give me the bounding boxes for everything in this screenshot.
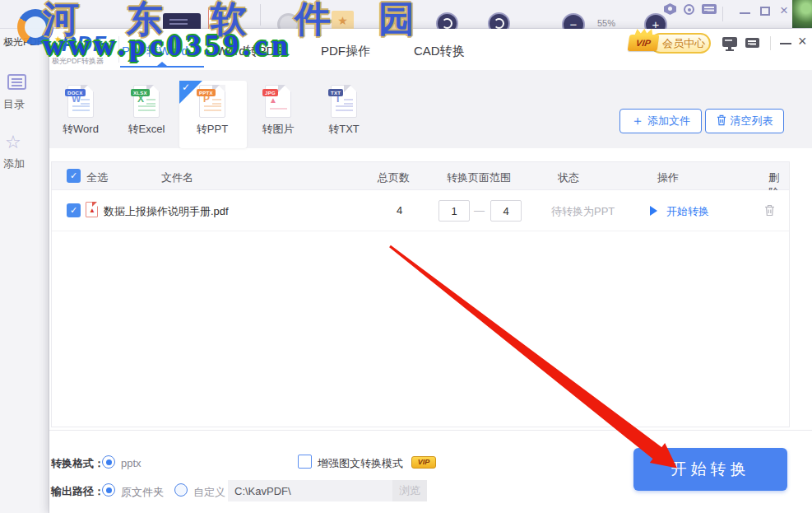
subtab-label: 转TXT — [311, 122, 377, 137]
txt-file-icon: TXT T — [331, 85, 357, 118]
clear-list-button[interactable]: 清空列表 — [705, 109, 784, 133]
bg-close-button[interactable]: × — [780, 2, 788, 19]
add-files-button[interactable]: ＋添加文件 — [619, 109, 702, 133]
header-status: 状态 — [558, 170, 579, 185]
bg-maximize-button[interactable] — [760, 7, 770, 16]
subtab-label: 转PPT — [179, 122, 245, 137]
output-original-label: 原文件夹 — [121, 485, 164, 500]
list-header: ✓ 全选 文件名 总页数 转换页面范围 状态 操作 删除 — [52, 162, 789, 190]
enhance-mode-label: 增强图文转换模式 — [318, 456, 403, 471]
output-original-radio[interactable] — [102, 483, 115, 497]
row-status: 待转换为PPT — [551, 204, 615, 219]
bg-window-title: 极光PDF — [3, 35, 46, 49]
sidebar-item-catalog[interactable]: 目录 — [3, 97, 48, 112]
catalog-list-icon[interactable] — [7, 74, 26, 90]
row-filename: 数据上报操作说明手册.pdf — [104, 204, 229, 219]
bookmark-add-star-icon[interactable]: ☆ — [5, 132, 21, 153]
excel-file-icon: XLSX X — [133, 85, 160, 118]
range-from-input[interactable] — [438, 200, 470, 222]
ppt-file-icon: PPTX P — [199, 85, 225, 118]
converter-window: ★ PDF 极光PDF转换器 PDF转Word Word转PDF PDF操作 C… — [49, 29, 812, 513]
toolbar-divider — [722, 7, 723, 21]
word-export-icon[interactable]: W≡ — [208, 7, 236, 31]
desktop-wallpaper — [792, 0, 812, 28]
header-page-range: 转换页面范围 — [447, 170, 511, 185]
convert-options-panel: 转换格式： pptx 增强图文转换模式 VIP 输出路径： 原文件夹 自定义 浏… — [49, 430, 812, 513]
start-convert-button[interactable]: 开始转换 — [633, 448, 787, 491]
table-row: ✓ ▲ 数据上报操作说明手册.pdf 4 — 待转换为PPT 开始转换 — [52, 190, 789, 231]
sidebar-item-add[interactable]: 添加 — [3, 156, 48, 171]
app-logo: PDF — [62, 31, 107, 57]
app-logo-subtitle: 极光PDF转换器 — [52, 56, 104, 67]
subtab-label: 转Word — [48, 122, 114, 137]
output-path-input[interactable] — [228, 480, 392, 501]
active-tab-indicator — [120, 66, 204, 68]
background-toolbar: W≡ ★ ★ − 55% + × — [0, 0, 812, 29]
row-total-pages: 4 — [397, 204, 402, 217]
logo-spark-icon: ★ — [54, 35, 62, 44]
toolbar-divider — [260, 4, 261, 26]
output-custom-label: 自定义 — [193, 485, 225, 500]
tab-cad-convert[interactable]: CAD转换 — [414, 44, 465, 59]
select-all-checkbox[interactable]: ✓ — [67, 169, 81, 183]
zoom-level: 55% — [597, 18, 615, 28]
subtab-label: 转图片 — [245, 122, 311, 137]
output-path-label: 输出路径： — [51, 484, 104, 499]
app-close-button[interactable]: × — [798, 33, 807, 50]
format-value: pptx — [121, 457, 142, 469]
range-to-input[interactable] — [490, 200, 522, 222]
word-file-icon: DOCX W — [67, 85, 94, 118]
row-delete-icon[interactable] — [764, 204, 775, 220]
bg-minimize-button[interactable] — [740, 12, 750, 14]
row-start-convert-link[interactable]: 开始转换 — [666, 204, 709, 219]
header-total-pages: 总页数 — [378, 170, 410, 185]
feedback-chat-icon[interactable] — [702, 4, 717, 14]
titlebar-divider — [770, 36, 771, 50]
tab-pdf-operate[interactable]: PDF操作 — [321, 44, 370, 59]
output-custom-radio[interactable] — [174, 483, 188, 497]
subtab-label: 转Excel — [114, 122, 179, 137]
vip-tag: VIP — [411, 456, 436, 469]
message-icon[interactable] — [745, 37, 761, 51]
vip-crown-icon: VIP — [628, 35, 660, 51]
tab-pdf-to-word[interactable]: PDF转Word — [122, 44, 188, 59]
file-list: ✓ 全选 文件名 总页数 转换页面范围 状态 操作 删除 ✓ ▲ 数据上报操作说… — [51, 161, 790, 427]
plus-icon: ＋ — [631, 114, 644, 128]
enhance-mode-checkbox[interactable] — [298, 455, 312, 469]
app-minimize-button[interactable] — [780, 43, 791, 44]
convert-type-strip: ✓ DOCX W 转Word XLSX X 转Excel PPTX P 转 — [49, 70, 812, 148]
monitor-icon[interactable] — [722, 37, 738, 51]
pdf-file-icon: ▲ — [86, 202, 98, 217]
range-separator: — — [474, 204, 485, 217]
format-pptx-radio[interactable] — [102, 455, 115, 469]
tab-word-to-pdf[interactable]: Word转PDF — [216, 44, 283, 59]
header-operation: 操作 — [657, 170, 679, 185]
trash-icon — [717, 114, 726, 126]
image-file-icon: JPG ▲ — [265, 85, 291, 118]
header-filename: 文件名 — [161, 170, 193, 185]
info-icon[interactable] — [684, 4, 694, 15]
play-icon — [650, 206, 657, 216]
browse-button[interactable]: 浏览 — [392, 480, 427, 501]
row-checkbox[interactable]: ✓ — [67, 203, 81, 217]
logo-divider — [118, 36, 119, 63]
format-label: 转换格式： — [51, 456, 104, 471]
background-sidebar: 极光PDF 目录 ☆ 添加 — [0, 29, 49, 513]
settings-hexagon-icon[interactable] — [664, 3, 676, 15]
header-select-all: 全选 — [86, 170, 108, 185]
